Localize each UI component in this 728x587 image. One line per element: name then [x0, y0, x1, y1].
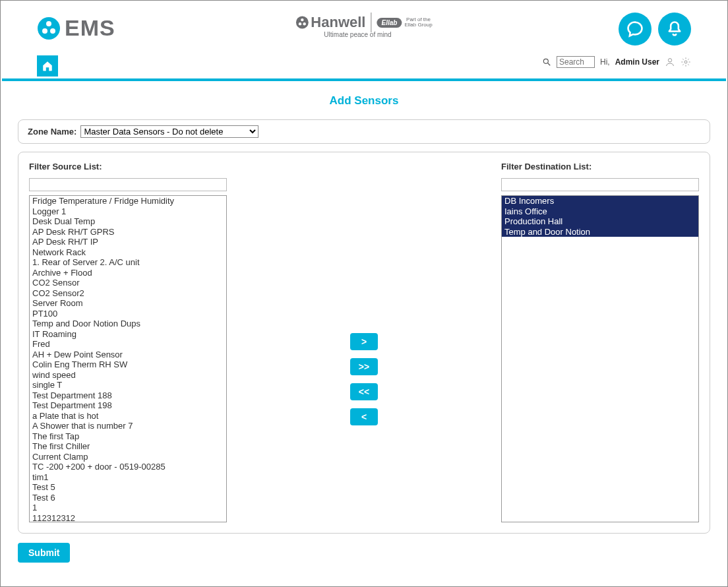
user-name: Admin User	[615, 57, 659, 67]
move-right-button[interactable]: >	[350, 333, 378, 350]
toolbar: Hi, Admin User	[1, 53, 727, 78]
source-column: Filter Source List: Fridge Temperature /…	[29, 162, 227, 522]
svg-point-11	[684, 61, 687, 63]
svg-point-8	[543, 59, 548, 63]
list-item[interactable]: Test 6	[30, 493, 226, 503]
svg-point-10	[668, 59, 671, 62]
list-item[interactable]: Temp and Door Notion Dups	[30, 319, 226, 329]
list-item[interactable]: Fridge Temperature / Fridge Humidity	[30, 196, 226, 206]
list-item[interactable]: Test 5	[30, 482, 226, 493]
list-item[interactable]: Desk Dual Temp	[30, 216, 226, 227]
svg-point-2	[42, 28, 47, 34]
svg-point-1	[46, 21, 51, 26]
list-item[interactable]: Temp and Door Notion	[502, 227, 698, 237]
source-label: Filter Source List:	[29, 162, 227, 171]
svg-point-3	[50, 28, 55, 34]
list-item[interactable]: The first Chiller	[30, 441, 226, 452]
hanwell-text: Hanwell	[311, 14, 365, 31]
list-item[interactable]: Test Department 188	[30, 390, 226, 401]
source-filter-input[interactable]	[29, 178, 227, 191]
svg-point-6	[299, 22, 301, 25]
submit-button[interactable]: Submit	[18, 543, 70, 563]
app-frame: EMS Hanwell Ellab Part of the Ellab Grou…	[0, 0, 728, 587]
svg-line-9	[548, 63, 551, 66]
list-item[interactable]: AH + Dew Point Sensor	[30, 350, 226, 360]
svg-point-7	[303, 22, 305, 25]
gear-icon[interactable]	[681, 57, 691, 67]
chat-button[interactable]	[619, 13, 652, 46]
list-item[interactable]: CO2 Sensor	[30, 278, 226, 288]
source-listbox[interactable]: Fridge Temperature / Fridge HumidityLogg…	[29, 195, 227, 522]
list-item[interactable]: a Plate that is hot	[30, 411, 226, 421]
dest-listbox[interactable]: DB IncomersIains OfficeProduction HallTe…	[501, 195, 699, 522]
page-title: Add Sensors	[1, 81, 727, 119]
svg-point-4	[296, 16, 309, 29]
bell-icon	[665, 20, 684, 38]
zone-select[interactable]: Master Data Sensors - Do not delete	[80, 125, 258, 138]
greeting: Hi,	[600, 57, 610, 67]
svg-point-0	[38, 17, 60, 40]
list-item[interactable]: Test Department 198	[30, 400, 226, 411]
list-item[interactable]: tim1	[30, 472, 226, 483]
list-item[interactable]: IT Roaming	[30, 329, 226, 340]
list-item[interactable]: A Shower that is number 7	[30, 421, 226, 431]
move-all-left-button[interactable]: <<	[350, 383, 378, 400]
home-icon	[42, 60, 53, 72]
hanwell-logo: Hanwell Ellab Part of the Ellab Group Ul…	[295, 13, 432, 38]
home-button[interactable]	[37, 55, 58, 77]
list-item[interactable]: Production Hall	[502, 216, 698, 227]
ellab-sub: Part of the Ellab Group	[404, 17, 432, 28]
list-item[interactable]: PT100	[30, 309, 226, 319]
search-icon[interactable]	[542, 57, 551, 67]
lists-panel: Filter Source List: Fridge Temperature /…	[18, 152, 710, 534]
list-item[interactable]: TC -200 +200 + door - 0519-00285	[30, 462, 226, 472]
zone-panel: Zone Name: Master Data Sensors - Do not …	[18, 119, 710, 144]
ems-logo: EMS	[37, 15, 115, 41]
transfer-buttons: > >> << <	[227, 162, 501, 425]
list-item[interactable]: single T	[30, 380, 226, 390]
list-item[interactable]: CO2 Sensor2	[30, 288, 226, 299]
list-item[interactable]: Archive + Flood	[30, 268, 226, 278]
toolbar-right: Hi, Admin User	[542, 56, 691, 68]
list-item[interactable]: Iains Office	[502, 206, 698, 217]
ems-text: EMS	[65, 15, 115, 41]
zone-label: Zone Name:	[28, 127, 76, 137]
list-item[interactable]: AP Desk RH/T IP	[30, 237, 226, 247]
user-icon[interactable]	[665, 57, 675, 67]
list-item[interactable]: The first Tap	[30, 431, 226, 442]
list-item[interactable]: 1	[30, 503, 226, 513]
list-item[interactable]: Logger 1	[30, 206, 226, 217]
header: EMS Hanwell Ellab Part of the Ellab Grou…	[1, 1, 727, 53]
list-item[interactable]: wind speed	[30, 370, 226, 381]
list-item[interactable]: DB Incomers	[502, 196, 698, 206]
svg-point-5	[301, 18, 303, 21]
search-input[interactable]	[557, 56, 595, 68]
list-item[interactable]: 112312312	[30, 513, 226, 523]
notifications-button[interactable]	[658, 13, 691, 46]
list-item[interactable]: Server Room	[30, 298, 226, 309]
list-item[interactable]: AP Desk RH/T GPRS	[30, 227, 226, 237]
dest-filter-input[interactable]	[501, 178, 699, 191]
dest-label: Filter Destination List:	[501, 162, 699, 171]
ellab-oval: Ellab	[377, 18, 402, 28]
hanwell-icon	[295, 16, 309, 29]
move-all-right-button[interactable]: >>	[350, 358, 378, 375]
list-item[interactable]: 1. Rear of Server 2. A/C unit	[30, 257, 226, 268]
list-item[interactable]: Fred	[30, 339, 226, 350]
chat-icon	[626, 20, 644, 38]
list-item[interactable]: Current Clamp	[30, 452, 226, 462]
move-left-button[interactable]: <	[350, 408, 378, 425]
list-item[interactable]: Colin Eng Therm RH SW	[30, 359, 226, 370]
ems-icon	[37, 16, 61, 40]
dest-column: Filter Destination List: DB IncomersIain…	[501, 162, 699, 522]
submit-row: Submit	[1, 543, 727, 563]
list-item[interactable]: Network Rack	[30, 247, 226, 258]
header-icons	[619, 13, 691, 46]
ellab-badge: Ellab Part of the Ellab Group	[371, 13, 432, 32]
